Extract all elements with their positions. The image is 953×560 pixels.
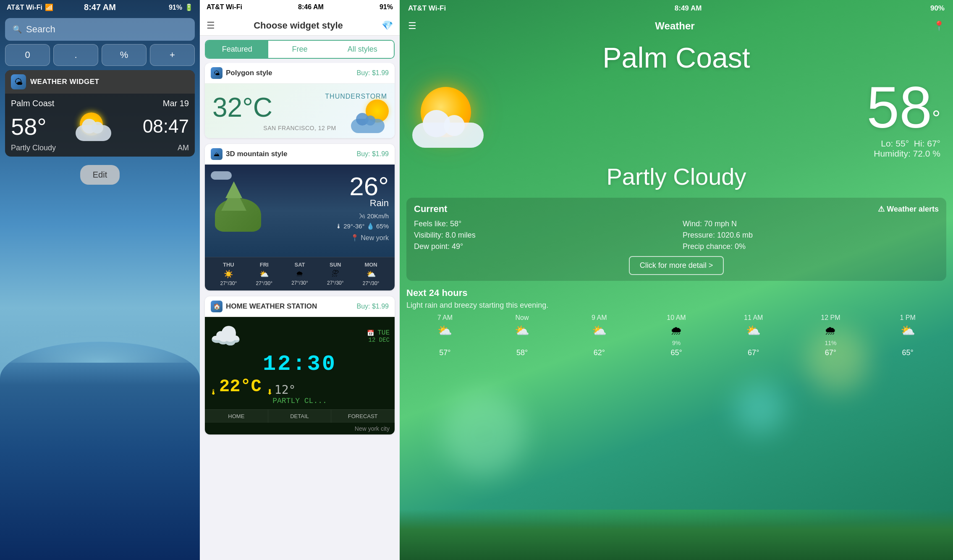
search-bar[interactable]: 🔍 Search [5, 18, 195, 41]
current-section: Current ⚠ Weather alerts Feels like: 58°… [406, 198, 946, 281]
btn-zero[interactable]: 0 [5, 44, 50, 66]
mountain-temp: 26° [335, 171, 389, 201]
widget-header: 🌤 WEATHER WIDGET [5, 70, 195, 94]
hourly-temps: 57° 58° 62° 65° 67° 67° 65° [406, 346, 946, 359]
tab-free[interactable]: Free [268, 41, 331, 58]
hourly-1pm: 1 PM ⛅ [869, 314, 946, 346]
screen2-time: 8:46 AM [298, 3, 324, 11]
temp-block: 58° Lo: 55° Hi: 67° Humidity: 72.0 % [867, 78, 940, 159]
polygon-preview: 32°C THUNDERSTORM SAN FRANCISCO, 12 PM [205, 84, 395, 138]
home-ws-preview: ☁️ 📅 TUE 12 DEC 12:30 🌡 22°C ⬇ [205, 317, 395, 409]
screen3-header: ☰ Weather 📍 [400, 17, 953, 37]
screen3-battery: 90% [930, 4, 945, 13]
weather-alerts-label[interactable]: ⚠ Weather alerts [878, 204, 939, 214]
search-placeholder: Search [26, 24, 55, 35]
polygon-weather-icon [351, 99, 389, 133]
main-weather: 58° Lo: 55° Hi: 67° Humidity: 72.0 % [400, 74, 953, 159]
screen2-carrier: AT&T Wi-Fi [207, 3, 242, 11]
screen2-phone: AT&T Wi-Fi 8:46 AM 91% ☰ Choose widget s… [200, 0, 400, 560]
hws-temp-low: 12° [275, 383, 296, 397]
screen1-wifi-icon: 📶 [45, 3, 53, 11]
btn-dot[interactable]: . [53, 44, 98, 66]
home-ws-buy-button[interactable]: Buy: $1.99 [357, 303, 389, 310]
mountain-location: 📍 New york [335, 234, 389, 242]
mountain-card-header: ⛰ 3D mountain style Buy: $1.99 [205, 144, 395, 165]
polygon-card-header: 🌤 Polygon style Buy: $1.99 [205, 63, 395, 84]
polygon-buy-button[interactable]: Buy: $1.99 [357, 69, 389, 77]
forecast-sun: SUN ⛈ 27°/30° [317, 262, 353, 286]
hourly-12pm: 12 PM 🌧 11% [792, 314, 869, 346]
more-detail-button[interactable]: Click for more detail > [629, 256, 724, 275]
feels-like: Feels like: 58° [414, 220, 670, 228]
diamond-icon[interactable]: 💎 [382, 20, 393, 31]
widget-app-icon: 🌤 [11, 74, 26, 89]
weather-illustration [412, 87, 488, 150]
home-ws-name: HOME WEATHER STATION [226, 302, 317, 311]
mountain-style-name: 3D mountain style [226, 150, 287, 158]
temp-degree: ° [932, 106, 940, 130]
screen3-status-bar: AT&T Wi-Fi 8:49 AM 90% [400, 0, 953, 17]
precip-chance: Precip chance: 0% [683, 242, 939, 251]
screen1-status-bar: AT&T Wi-Fi 📶 8:47 AM 91% 🔋 [0, 0, 200, 15]
mountain-buy-button[interactable]: Buy: $1.99 [357, 150, 389, 158]
current-stats-grid: Feels like: 58° Wind: 70 mph N Visibilit… [414, 220, 939, 251]
weather-widget: 🌤 WEATHER WIDGET Palm Coast Mar 19 58° 0… [5, 70, 195, 157]
wind: Wind: 70 mph N [683, 220, 939, 228]
city-name: Palm Coast [400, 37, 953, 74]
forecast-sat: SAT 🌧 27°/30° [282, 262, 318, 286]
home-ws-header: 🏠 HOME WEATHER STATION Buy: $1.99 [205, 296, 395, 317]
edit-button[interactable]: Edit [80, 165, 120, 185]
widget-city: Palm Coast [11, 99, 54, 108]
weather-condition: Partly Cloudy [400, 159, 953, 194]
forecast-fri: FRI ⛅ 27°/30° [246, 262, 282, 286]
next24-title: Next 24 hours [406, 288, 946, 298]
hws-nav: HOME DETAIL FORECAST [205, 409, 395, 423]
header-menu-icon[interactable]: ☰ [408, 21, 416, 31]
hourly-11am: 11 AM ⛅ [715, 314, 792, 346]
current-title: Current [414, 204, 447, 215]
search-icon: 🔍 [13, 25, 22, 34]
hws-cloud-icon: ☁️ [210, 321, 241, 351]
widget-title: WEATHER WIDGET [30, 78, 99, 86]
hourly-9am: 9 AM ⛅ [560, 314, 638, 346]
hws-condition: PARTLY CL... [210, 397, 390, 405]
location-icon[interactable]: 📍 [933, 21, 945, 31]
mountain-app-icon: ⛰ [211, 148, 223, 160]
screen2-header: ☰ Choose widget style 💎 [200, 14, 400, 36]
hws-location: New york city [205, 423, 395, 434]
mountain-island-icon [211, 190, 265, 232]
forecast-mon: MON ⛅ 27°/30° [353, 262, 389, 286]
menu-icon[interactable]: ☰ [207, 20, 215, 31]
styles-list: 🌤 Polygon style Buy: $1.99 32°C THUNDERS… [200, 63, 400, 560]
btn-plus[interactable]: + [150, 44, 195, 66]
visibility: Visibility: 8.0 miles [414, 231, 670, 240]
tab-all-styles[interactable]: All styles [331, 41, 394, 58]
screen1-battery: 91% [169, 4, 182, 11]
polygon-style-name: Polygon style [226, 69, 272, 77]
screen3-title: Weather [655, 20, 694, 32]
hws-nav-home[interactable]: HOME [205, 410, 268, 423]
hws-nav-forecast[interactable]: FORECAST [331, 410, 395, 423]
mountain-wind: 🌬 20Km/h [335, 211, 389, 221]
mountain-temp-range: 🌡 29°-36° 💧 65% [335, 221, 389, 231]
hws-nav-detail[interactable]: DETAIL [268, 410, 332, 423]
hws-time: 12:30 [210, 352, 390, 377]
screen2-title: Choose widget style [254, 20, 343, 31]
temperature: 58 [867, 74, 932, 140]
widget-time: 08:47 [143, 116, 189, 137]
hws-date-label: TUE [377, 329, 390, 337]
screen2-battery: 91% [380, 3, 393, 11]
hourly-row: 7 AM ⛅ Now ⛅ 9 AM ⛅ 10 AM 🌧 9% 11 AM [406, 314, 946, 346]
tab-featured[interactable]: Featured [206, 41, 268, 58]
hourly-7am: 7 AM ⛅ [406, 314, 484, 346]
screen1-carrier: AT&T Wi-Fi [7, 4, 42, 11]
pressure: Pressure: 1020.6 mb [683, 231, 939, 240]
hws-temp: 22°C [219, 377, 262, 397]
screen3-carrier: AT&T Wi-Fi [408, 4, 446, 13]
style-tabs: Featured Free All styles [205, 40, 395, 59]
mountain-forecast-row: THU ☀️ 27°/30° FRI ⛅ 27°/30° SAT 🌧 27°/3… [205, 257, 395, 290]
screen3-time: 8:49 AM [675, 4, 702, 13]
btn-percent[interactable]: % [102, 44, 147, 66]
polygon-app-icon: 🌤 [211, 67, 223, 79]
hws-date-val: 12 DEC [367, 337, 390, 343]
